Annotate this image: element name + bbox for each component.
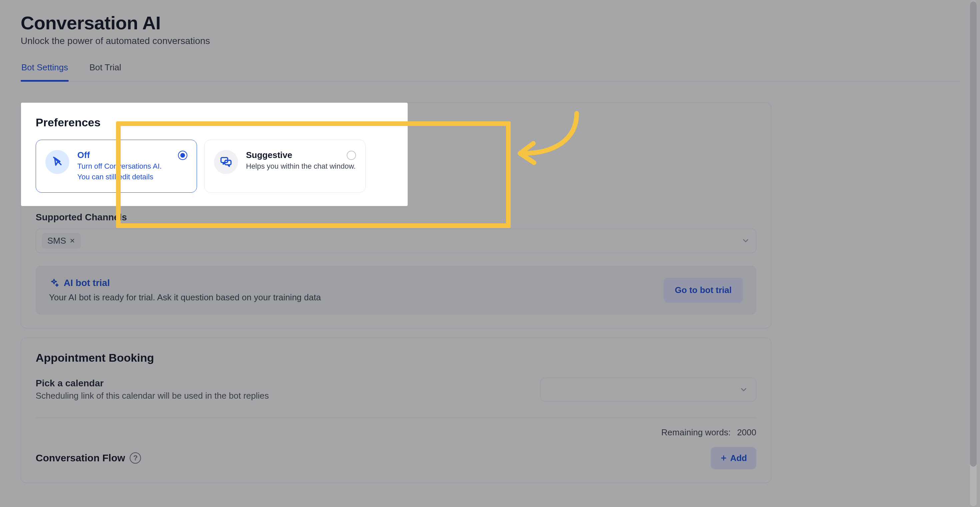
scrollbar-thumb[interactable] bbox=[970, 2, 977, 467]
pref-off-title: Off bbox=[77, 150, 162, 161]
preference-card-off[interactable]: Off Turn off Conversations AI. You can s… bbox=[36, 140, 197, 193]
dim-overlay bbox=[0, 0, 980, 507]
pref-sugg-radio[interactable] bbox=[347, 151, 356, 160]
pref-off-line1: Turn off Conversations AI. bbox=[77, 161, 162, 172]
pref-off-radio[interactable] bbox=[178, 151, 187, 160]
pref-off-line2: You can still edit details bbox=[77, 172, 162, 182]
scrollbar[interactable] bbox=[970, 1, 977, 506]
preferences-heading: Preferences bbox=[36, 116, 393, 129]
pref-sugg-line1: Helps you within the chat window. bbox=[246, 161, 356, 172]
cursor-off-icon bbox=[45, 150, 69, 174]
pref-sugg-title: Suggestive bbox=[246, 150, 356, 161]
preference-card-suggestive[interactable]: Suggestive Helps you within the chat win… bbox=[204, 140, 366, 193]
chat-icon bbox=[214, 150, 238, 174]
